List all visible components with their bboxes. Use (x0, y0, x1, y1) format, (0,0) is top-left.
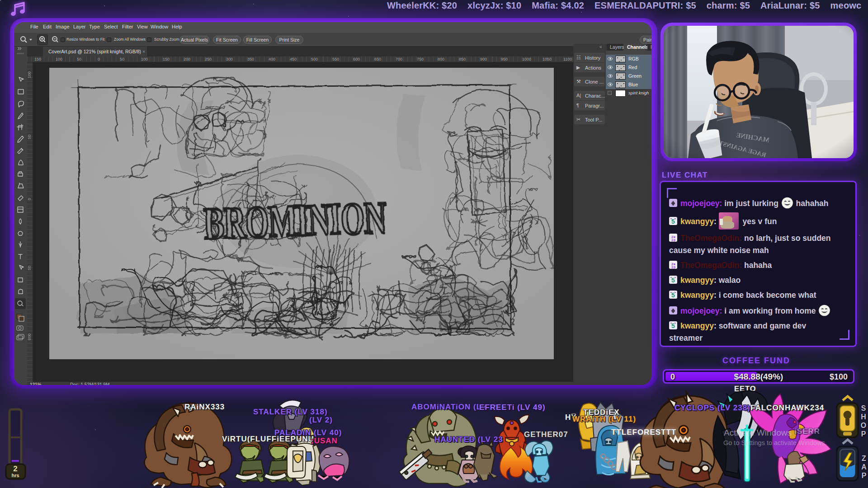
svg-text:5: 5 (671, 322, 675, 329)
svg-text:2: 2 (13, 465, 17, 473)
svg-text:23: 23 (671, 238, 675, 242)
svg-text:BROMINION: BROMINION (203, 192, 387, 248)
svg-text:5: 5 (671, 291, 675, 299)
svg-text:5: 5 (671, 277, 675, 284)
svg-text:5: 5 (671, 218, 675, 225)
svg-text:23: 23 (671, 265, 675, 269)
svg-text:hrs: hrs (11, 473, 19, 478)
